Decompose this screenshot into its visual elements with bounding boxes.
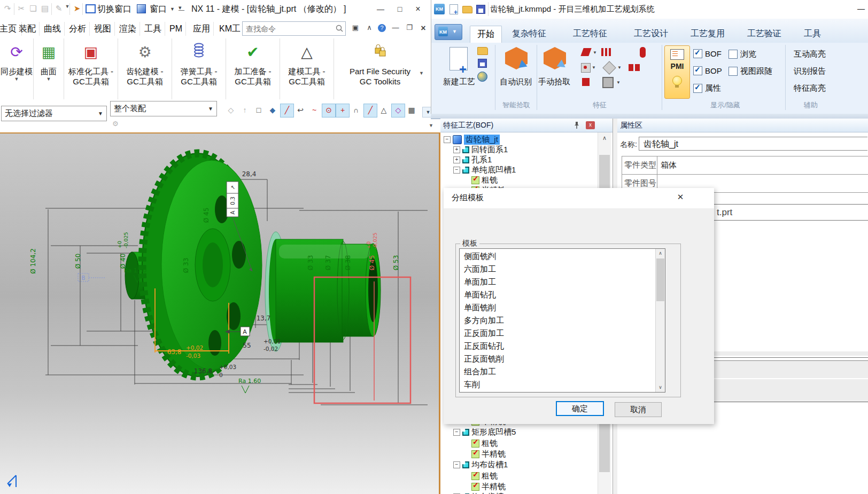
tree-row-operation[interactable]: 粗铣: [471, 438, 498, 449]
new-file-icon[interactable]: +: [449, 4, 458, 14]
nx-tab-view[interactable]: 视图: [91, 22, 115, 36]
collapse-icon[interactable]: −: [453, 429, 460, 436]
list-item[interactable]: 多方向加工: [460, 314, 656, 327]
scrollbar-thumb[interactable]: [656, 258, 664, 301]
list-item[interactable]: 正反面铣削: [460, 352, 656, 365]
tree-label[interactable]: 粗铣: [482, 175, 498, 185]
paste-icon[interactable]: ▤: [40, 4, 50, 13]
ok-button[interactable]: 确定: [556, 401, 604, 416]
snap-vertex-icon[interactable]: △: [377, 104, 390, 116]
gear-modeling-button[interactable]: ⚙ 齿轮建模 - GC工具箱: [118, 38, 172, 99]
checkbox-properties[interactable]: 属性: [693, 83, 721, 93]
modeling-tools-button[interactable]: △ 建模工具 - GC工具箱: [280, 38, 334, 99]
plane-feature-icon[interactable]: [580, 48, 591, 56]
dialog-close-icon[interactable]: ✕: [676, 192, 685, 202]
prop-value[interactable]: 箱体: [657, 156, 868, 174]
list-item[interactable]: 单面铣削: [460, 301, 656, 314]
tree-row-feature[interactable]: + 回转面系1: [453, 145, 508, 155]
switch-window-button[interactable]: 切换窗口: [97, 4, 131, 15]
selection-scope-dropdown[interactable]: 整个装配 ▼: [110, 101, 217, 116]
snap-solid-icon[interactable]: ◆: [266, 104, 279, 116]
nx-command-search[interactable]: [242, 21, 346, 36]
redo-icon[interactable]: ↷: [2, 4, 13, 13]
collapse-icon[interactable]: −: [453, 167, 460, 174]
overflow-arrow-icon[interactable]: ▼: [429, 123, 433, 128]
nx-tab-curve[interactable]: 曲线: [41, 22, 65, 36]
save-icon[interactable]: [478, 59, 487, 68]
tree-row-feature[interactable]: − 矩形底凹槽5: [453, 427, 516, 437]
tree-label[interactable]: 均布齿槽1: [471, 460, 508, 470]
dropdown-arrow-icon[interactable]: ▼: [617, 65, 622, 70]
open-file-icon[interactable]: [462, 6, 472, 13]
list-item[interactable]: 组合加工: [460, 365, 656, 378]
nx-tab-render[interactable]: 渲染: [116, 22, 140, 36]
standardization-tools-button[interactable]: ▣ 标准化工具 - GC工具箱: [64, 38, 118, 99]
nx-tab-assembly[interactable]: 装配: [15, 22, 40, 36]
nx-tab-km[interactable]: KM工: [216, 22, 244, 36]
hole-feature-icon[interactable]: [581, 63, 591, 73]
cancel-button[interactable]: 取消: [615, 402, 662, 417]
touch-pointer-icon[interactable]: ➤: [72, 4, 82, 13]
tree-label[interactable]: 孔系1: [471, 155, 492, 165]
snap-point-icon[interactable]: +: [336, 104, 350, 117]
list-item[interactable]: 正反面加工: [460, 327, 656, 340]
tree-label[interactable]: 矩形底凹槽5: [471, 427, 516, 437]
part-file-security-button[interactable]: Part File Security GC Toolkits ▼: [334, 38, 426, 99]
fullscreen-icon[interactable]: ▣: [351, 23, 360, 32]
tree-row-feature[interactable]: − 单纯底凹槽1: [453, 165, 516, 175]
checkbox-browse[interactable]: 浏览: [728, 49, 756, 59]
pin-icon[interactable]: [573, 121, 580, 129]
snap-spline-icon[interactable]: ◇: [391, 104, 405, 117]
dropdown-arrow-icon[interactable]: ▼: [616, 80, 621, 85]
tree-row-feature[interactable]: + 孔系1: [453, 155, 492, 165]
tree-row-feature[interactable]: − 均布齿槽1: [453, 460, 508, 470]
manual-pick-button[interactable]: 手动拾取: [538, 77, 570, 87]
tree-label[interactable]: 均布齿槽1: [471, 492, 508, 494]
slot-feature-icon[interactable]: [601, 48, 603, 56]
window-menu[interactable]: 窗口: [150, 4, 167, 15]
save-icon[interactable]: [476, 5, 485, 14]
collapse-icon[interactable]: −: [453, 461, 460, 468]
dropdown-arrow-icon[interactable]: ▼: [62, 4, 73, 9]
table-row[interactable]: 零件类型 箱体: [622, 156, 868, 175]
tree-label[interactable]: 半精铣: [482, 482, 506, 492]
checkbox-view-follow[interactable]: 视图跟随: [728, 66, 772, 76]
pmi-toggle-button[interactable]: PMI: [664, 45, 690, 99]
list-item[interactable]: 单面钻孔: [460, 288, 656, 301]
dropdown-arrow-icon[interactable]: ▼: [593, 50, 597, 55]
minimize-ribbon-icon[interactable]: ∧: [365, 23, 374, 32]
nx-graphics-window[interactable]: ↗ 0.3 A A B Ra 1.60 Ra 1.60 28,4: [0, 132, 440, 494]
viewport-canvas[interactable]: ↗ 0.3 A A B Ra 1.60 Ra 1.60 28,4: [0, 134, 439, 494]
scroll-up-icon[interactable]: ∧: [598, 132, 611, 143]
snap-midpoint-icon[interactable]: ╱: [363, 104, 377, 117]
list-item[interactable]: 单面加工: [460, 276, 656, 288]
snap-line-icon[interactable]: ╱: [280, 104, 294, 117]
wcs-mini-icon[interactable]: ⚙: [112, 120, 119, 128]
snap-circle-icon[interactable]: ⊙: [322, 104, 336, 117]
spring-tools-button[interactable]: 弹簧工具 - GC工具箱: [172, 38, 226, 99]
doc-minimize-icon[interactable]: —: [391, 23, 400, 32]
auto-recognize-button[interactable]: 自动识别: [500, 77, 532, 87]
nx-tab-application[interactable]: 应用: [190, 22, 214, 36]
window-icon[interactable]: [137, 4, 146, 13]
interactive-highlight-button[interactable]: 互动高亮: [794, 49, 826, 59]
snap-grid-icon[interactable]: ▦: [405, 104, 418, 116]
switch-window-icon[interactable]: [86, 4, 96, 13]
open-icon[interactable]: [477, 47, 488, 55]
step-feature-icon[interactable]: [629, 64, 633, 71]
snap-face-icon[interactable]: ∩: [350, 104, 362, 116]
collapse-icon[interactable]: −: [444, 136, 451, 143]
checkbox-bop[interactable]: BOP: [693, 66, 722, 75]
tree-label[interactable]: 粗铣: [482, 471, 498, 481]
help-icon[interactable]: ?: [378, 24, 386, 32]
dropdown-arrow-icon[interactable]: ▼: [170, 6, 175, 12]
tree-row-operation[interactable]: 粗铣: [471, 471, 498, 481]
snap-rect-icon[interactable]: □: [252, 104, 265, 116]
tree-row-operation[interactable]: 半精铣: [471, 482, 506, 492]
cut-icon[interactable]: ✂: [16, 4, 27, 13]
tree-label[interactable]: 回转面系1: [471, 145, 508, 155]
list-scrollbar[interactable]: ∧ ∨: [655, 249, 665, 392]
snap-gear-icon[interactable]: ◇: [224, 104, 237, 116]
new-process-button[interactable]: 新建工艺: [443, 77, 475, 87]
globe-icon[interactable]: [477, 72, 487, 82]
